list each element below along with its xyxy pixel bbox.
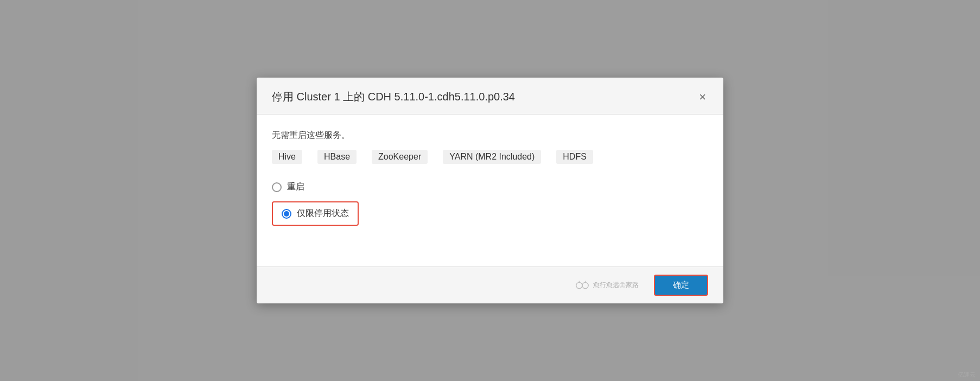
dialog-title: 停用 Cluster 1 上的 CDH 5.11.0-1.cdh5.11.0.p…: [272, 90, 515, 104]
dialog-overlay: 停用 Cluster 1 上的 CDH 5.11.0-1.cdh5.11.0.p…: [0, 0, 980, 381]
service-tag-hdfs: HDFS: [556, 150, 593, 164]
radio-item-restart[interactable]: 重启: [272, 181, 708, 193]
svg-point-1: [582, 282, 588, 288]
bottom-watermark-text: 亿速云: [958, 371, 976, 378]
service-tag-hbase: HBase: [317, 150, 357, 164]
svg-point-0: [576, 282, 582, 288]
footer-watermark: 愈行愈远㊣家路: [575, 280, 639, 291]
radio-item-disable-only[interactable]: 仅限停用状态: [272, 201, 359, 226]
services-list: Hive HBase ZooKeeper YARN (MR2 Included)…: [272, 150, 708, 164]
service-tag-zookeeper: ZooKeeper: [372, 150, 428, 164]
service-tag-hive: Hive: [272, 150, 302, 164]
close-button[interactable]: ×: [697, 91, 708, 103]
dialog-header: 停用 Cluster 1 上的 CDH 5.11.0-1.cdh5.11.0.p…: [257, 78, 723, 115]
dialog: 停用 Cluster 1 上的 CDH 5.11.0-1.cdh5.11.0.p…: [257, 78, 723, 303]
dialog-body: 无需重启这些服务。 Hive HBase ZooKeeper YARN (MR2…: [257, 115, 723, 266]
radio-selected-disable-only: [282, 209, 291, 219]
dialog-footer: 愈行愈远㊣家路 确定: [257, 266, 723, 303]
radio-inner-disable-only: [284, 211, 289, 217]
confirm-button[interactable]: 确定: [654, 275, 708, 296]
watermark-text: 愈行愈远㊣家路: [593, 281, 639, 290]
radio-empty-restart: [272, 182, 282, 192]
radio-group: 重启 仅限停用状态: [272, 181, 708, 226]
radio-label-disable-only: 仅限停用状态: [297, 208, 349, 219]
watermark-icon: [575, 280, 590, 291]
bottom-watermark: 亿速云: [953, 369, 980, 381]
service-tag-yarn: YARN (MR2 Included): [443, 150, 541, 164]
no-restart-label: 无需重启这些服务。: [272, 130, 708, 141]
radio-label-restart: 重启: [287, 181, 304, 193]
